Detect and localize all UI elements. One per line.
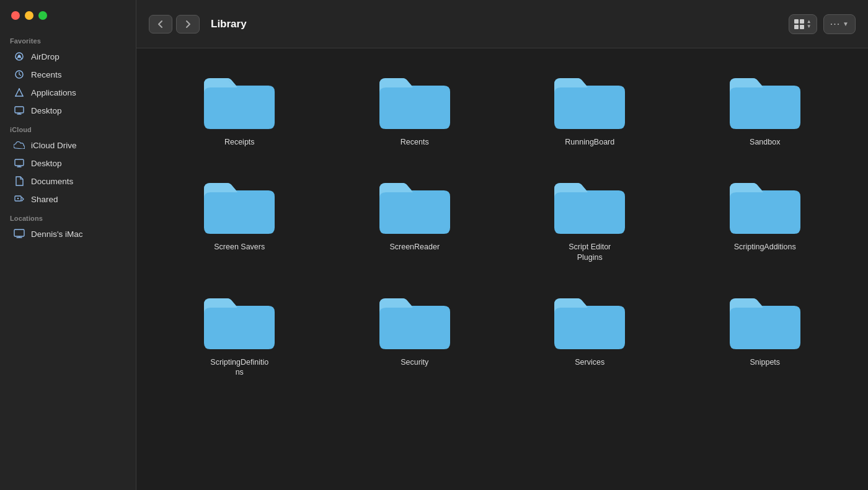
folder-security-label: Security: [401, 357, 428, 367]
svg-point-13: [17, 198, 19, 199]
content-area: Receipts Recents Runni: [136, 48, 868, 490]
applications-icon: [14, 87, 25, 98]
desktop-icon: [14, 105, 25, 116]
favorites-label: Favorites: [0, 31, 136, 47]
recents-label: Recents: [31, 70, 62, 79]
back-button[interactable]: [149, 15, 172, 33]
folder-services[interactable]: Services: [505, 281, 675, 384]
folder-snippets-icon: [725, 287, 805, 352]
folder-screenreader-label: ScreenReader: [389, 242, 440, 252]
icloud-label: iCloud: [0, 120, 136, 136]
folder-sandbox-label: Sandbox: [750, 137, 780, 147]
folder-receipts-label: Receipts: [224, 137, 255, 147]
folder-screenreader[interactable]: ScreenReader: [330, 166, 500, 269]
folder-security-icon: [374, 287, 455, 352]
desktop-label: Desktop: [31, 106, 62, 115]
folder-runningboard-icon: [549, 67, 630, 132]
locations-label: Locations: [0, 208, 136, 225]
folder-snippets[interactable]: Snippets: [681, 281, 850, 384]
icloud-desktop-icon: [14, 158, 25, 169]
folder-recents[interactable]: Recents: [330, 61, 500, 153]
shared-label: Shared: [31, 195, 58, 204]
folder-services-icon: [549, 287, 630, 352]
sidebar-item-icloud-desktop[interactable]: Desktop: [4, 154, 132, 172]
folder-sandbox-icon: [725, 67, 805, 132]
shared-icon: [14, 194, 25, 205]
sidebar-item-icloud-drive[interactable]: iCloud Drive: [4, 136, 132, 154]
dennis-imac-label: Dennis's iMac: [31, 229, 83, 239]
recents-icon: [14, 69, 25, 80]
toolbar-title: Library: [211, 18, 781, 30]
folder-recents-icon: [374, 67, 455, 132]
toolbar: Library ▲ ▼ ··· ▼: [136, 0, 868, 48]
icloud-drive-label: iCloud Drive: [31, 141, 77, 150]
forward-button[interactable]: [176, 15, 200, 33]
sidebar: Favorites AirDrop Recents: [0, 0, 136, 490]
folder-scripting-definitio-icon: [199, 287, 280, 352]
airdrop-label: AirDrop: [31, 52, 60, 61]
sidebar-item-recents[interactable]: Recents: [4, 66, 132, 83]
svg-rect-14: [14, 229, 24, 236]
more-actions-button[interactable]: ··· ▼: [823, 14, 856, 34]
folder-scripting-additions[interactable]: ScriptingAdditions: [681, 166, 850, 269]
imac-icon: [14, 228, 25, 239]
view-toggle-arrows: ▲ ▼: [807, 19, 812, 29]
folder-snippets-label: Snippets: [750, 357, 780, 367]
toolbar-right: ▲ ▼ ··· ▼: [789, 14, 856, 34]
folder-scripting-additions-icon: [725, 172, 805, 237]
documents-label: Documents: [31, 177, 73, 186]
folder-security[interactable]: Security: [330, 281, 500, 384]
sidebar-item-airdrop[interactable]: AirDrop: [4, 48, 132, 65]
fullscreen-button[interactable]: [38, 11, 47, 20]
folder-runningboard[interactable]: RunningBoard: [505, 61, 675, 153]
view-toggle-button[interactable]: ▲ ▼: [789, 14, 817, 34]
locations-section: Locations Dennis's iMac: [0, 208, 136, 243]
folder-script-editor-plugins-icon: [549, 172, 630, 237]
folder-sandbox[interactable]: Sandbox: [681, 61, 850, 153]
airdrop-icon: [14, 51, 25, 62]
minimize-button[interactable]: [25, 11, 33, 20]
main-content: Library ▲ ▼ ··· ▼: [136, 0, 868, 490]
folder-runningboard-label: RunningBoard: [565, 137, 614, 147]
nav-buttons: [149, 15, 200, 33]
icloud-section: iCloud iCloud Drive Desktop: [0, 120, 136, 208]
sidebar-item-dennis-imac[interactable]: Dennis's iMac: [4, 225, 132, 243]
folder-services-label: Services: [575, 357, 604, 367]
favorites-section: Favorites AirDrop Recents: [0, 31, 136, 120]
folder-scripting-additions-label: ScriptingAdditions: [734, 242, 796, 252]
svg-rect-6: [15, 107, 24, 113]
sidebar-item-shared[interactable]: Shared: [4, 190, 132, 208]
folder-recents-label: Recents: [401, 137, 429, 147]
folder-receipts-icon: [199, 67, 280, 132]
documents-icon: [14, 176, 25, 187]
icloud-desktop-label: Desktop: [31, 159, 62, 168]
svg-line-3: [19, 89, 23, 96]
traffic-lights: [11, 11, 47, 20]
folder-script-editor-plugins[interactable]: Script Editor Plugins: [505, 166, 675, 269]
applications-label: Applications: [31, 88, 76, 97]
action-arrow: ▼: [843, 20, 849, 27]
svg-line-5: [16, 89, 19, 96]
sidebar-item-documents[interactable]: Documents: [4, 172, 132, 190]
folder-screen-savers[interactable]: Screen Savers: [155, 166, 324, 269]
svg-rect-9: [15, 159, 24, 166]
folder-scripting-definitio[interactable]: ScriptingDefinitio ns: [155, 281, 324, 384]
folder-screenreader-icon: [374, 172, 455, 237]
sidebar-item-desktop[interactable]: Desktop: [4, 102, 132, 119]
ellipsis-icon: ···: [830, 19, 840, 30]
folder-screen-savers-label: Screen Savers: [214, 242, 265, 252]
folder-scripting-definitio-label: ScriptingDefinitio ns: [210, 357, 268, 378]
folder-grid: Receipts Recents Runni: [155, 61, 849, 383]
close-button[interactable]: [11, 11, 20, 20]
folder-screen-savers-icon: [199, 172, 280, 237]
folder-receipts[interactable]: Receipts: [155, 61, 324, 153]
icloud-drive-icon: [14, 140, 25, 151]
folder-script-editor-plugins-label: Script Editor Plugins: [569, 242, 611, 262]
sidebar-item-applications[interactable]: Applications: [4, 84, 132, 101]
grid-icon: [794, 19, 804, 29]
